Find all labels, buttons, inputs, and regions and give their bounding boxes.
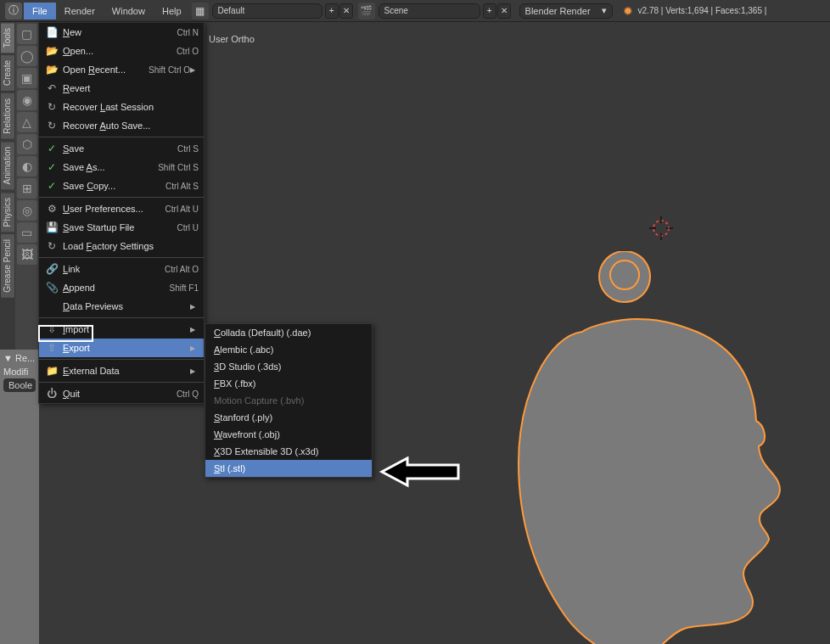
tab-create[interactable]: Create <box>0 54 15 92</box>
export-x3d-extensible-3d-x3d-[interactable]: X3D Extensible 3D (.x3d) <box>205 443 372 460</box>
scene-dropdown[interactable]: Scene <box>379 3 480 19</box>
mesh-object[interactable] <box>506 251 828 644</box>
file-menu-recover-auto-save-[interactable]: ↻Recover Auto Save... <box>39 116 204 135</box>
file-menu-load-factory-settings[interactable]: ↻Load Factory Settings <box>39 237 204 255</box>
file-menu-open-[interactable]: 📂Open...Ctrl O <box>39 42 204 60</box>
scene-close-button[interactable]: ✕ <box>497 3 511 19</box>
file-menu-save-startup-file[interactable]: 💾Save Startup FileCtrl U <box>39 218 204 237</box>
file-menu-open-recent-[interactable]: 📂Open Recent...Shift Ctrl O▶ <box>39 60 204 79</box>
file-menu-external-data[interactable]: 📁External Data▶ <box>39 361 204 380</box>
tab-physics[interactable]: Physics <box>0 192 15 232</box>
file-menu-save-as-[interactable]: ✓Save As...Shift Ctrl S <box>39 158 204 176</box>
file-menu-data-previews[interactable]: Data Previews▶ <box>39 297 204 316</box>
modifier-label: Modifi <box>3 367 36 377</box>
export-stl-stl-[interactable]: Stl (.stl) <box>205 460 372 477</box>
tool-icon[interactable]: 🖼 <box>17 244 37 265</box>
export-submenu: Collada (Default) (.dae)Alembic (.abc)3D… <box>205 323 373 478</box>
tool-icon[interactable]: ▢ <box>17 24 37 44</box>
tool-icon[interactable]: ◎ <box>17 200 37 221</box>
tool-icon[interactable]: △ <box>17 112 37 132</box>
3d-cursor-icon <box>646 213 676 244</box>
layout-dropdown[interactable]: Default <box>212 3 322 19</box>
menu-window[interactable]: Window <box>104 3 154 20</box>
scene-icon[interactable]: 🎬 <box>358 3 375 20</box>
tab-relations[interactable]: Relations <box>0 92 15 140</box>
engine-dropdown[interactable]: Blender Render▾ <box>519 3 613 19</box>
export-3d-studio-3ds-[interactable]: 3D Studio (.3ds) <box>205 358 372 375</box>
file-menu-link[interactable]: 🔗LinkCtrl Alt O <box>39 260 204 278</box>
export-collada-default-dae-[interactable]: Collada (Default) (.dae) <box>205 324 372 341</box>
tool-icon[interactable]: ◐ <box>17 156 37 176</box>
info-icon[interactable]: ⓘ <box>5 3 22 20</box>
file-menu-save[interactable]: ✓SaveCtrl S <box>39 139 204 158</box>
export-fbx-fbx-[interactable]: FBX (.fbx) <box>205 375 372 392</box>
layout-add-button[interactable]: + <box>325 3 339 19</box>
tool-shelf-tabs: Tools Create Relations Animation Physics… <box>0 22 15 300</box>
menu-help[interactable]: Help <box>154 3 190 20</box>
file-menu-new[interactable]: 📄NewCtrl N <box>39 23 204 42</box>
file-menu-quit[interactable]: ⏻QuitCtrl Q <box>39 384 204 403</box>
file-menu-dropdown: 📄NewCtrl N📂Open...Ctrl O📂Open Recent...S… <box>38 22 205 404</box>
file-menu-append[interactable]: 📎AppendShift F1 <box>39 278 204 297</box>
export-stanford-ply-[interactable]: Stanford (.ply) <box>205 409 372 426</box>
file-menu-recover-last-session[interactable]: ↻Recover Last Session <box>39 98 204 116</box>
export-motion-capture-bvh-: Motion Capture (.bvh) <box>205 392 372 409</box>
tool-icon[interactable]: ⬡ <box>17 134 37 154</box>
export-wavefront-obj-[interactable]: Wavefront (.obj) <box>205 426 372 443</box>
menu-file[interactable]: File <box>24 3 56 20</box>
menu-render[interactable]: Render <box>56 3 104 20</box>
scene-add-button[interactable]: + <box>483 3 496 19</box>
blender-logo-icon: ✹ <box>623 4 633 18</box>
export-alembic-abc-[interactable]: Alembic (.abc) <box>205 341 372 358</box>
viewport-label: User Ortho <box>209 34 255 44</box>
panel-header[interactable]: ▼ Re... <box>3 353 36 363</box>
stats-text: v2.78 | Verts:1,694 | Faces:1,365 | <box>638 6 767 15</box>
tool-icon[interactable]: ⊞ <box>17 178 37 199</box>
annotation-arrow-icon <box>378 456 463 490</box>
file-menu-user-preferences-[interactable]: ⚙User Preferences...Ctrl Alt U <box>39 199 204 218</box>
layout-close-button[interactable]: ✕ <box>339 3 353 19</box>
tab-grease-pencil[interactable]: Grease Pencil <box>0 233 15 299</box>
tool-icon[interactable]: ▭ <box>17 222 37 243</box>
modifier-value[interactable]: Boole <box>3 378 36 392</box>
tool-icon[interactable]: ▣ <box>17 68 37 88</box>
tab-tools[interactable]: Tools <box>0 22 15 53</box>
tool-icon[interactable]: ◉ <box>17 90 37 110</box>
file-menu-export[interactable]: ⇧Export▶ <box>39 339 204 357</box>
file-menu-save-copy-[interactable]: ✓Save Copy...Ctrl Alt S <box>39 176 204 195</box>
tab-animation[interactable]: Animation <box>0 141 15 190</box>
operator-panel: ▼ Re... Modifi Boole <box>0 350 39 644</box>
layout-grid-icon[interactable]: ▦ <box>192 3 209 20</box>
file-menu-import[interactable]: ⇩Import▶ <box>39 320 204 339</box>
top-menu-bar: ⓘ File Render Window Help ▦ Default + ✕ … <box>0 0 830 22</box>
file-menu-revert[interactable]: ↶Revert <box>39 79 204 98</box>
tool-icon[interactable]: ◯ <box>17 46 37 66</box>
